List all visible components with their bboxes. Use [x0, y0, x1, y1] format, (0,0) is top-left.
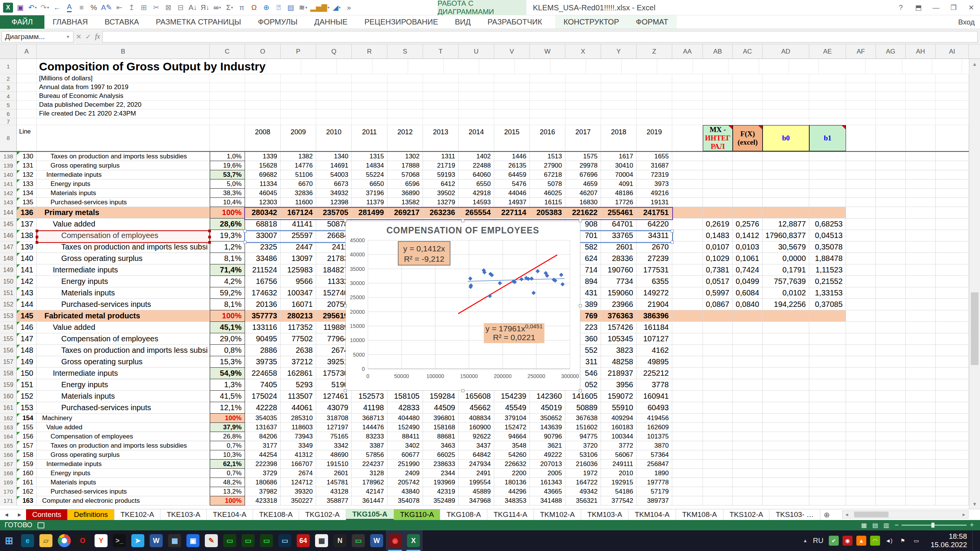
- cell[interactable]: [703, 333, 733, 345]
- row-header[interactable]: 166: [0, 450, 17, 460]
- cell[interactable]: [601, 83, 637, 92]
- cell[interactable]: [876, 460, 906, 469]
- value-cell[interactable]: 227114: [494, 207, 530, 218]
- cell[interactable]: [733, 469, 763, 478]
- sheet-tab-tke104-a[interactable]: TKE104-A: [207, 509, 253, 520]
- nvidia-icon[interactable]: ◠: [870, 536, 880, 546]
- cell[interactable]: [352, 92, 387, 101]
- row-header[interactable]: 162: [0, 414, 17, 423]
- value-cell[interactable]: 255461: [601, 207, 637, 218]
- cell[interactable]: [846, 450, 876, 460]
- cell[interactable]: [936, 189, 969, 198]
- cell[interactable]: [876, 276, 906, 287]
- taskbar-word[interactable]: W: [368, 530, 386, 551]
- cell[interactable]: [906, 441, 936, 450]
- cell[interactable]: [809, 179, 846, 189]
- cell[interactable]: [733, 198, 763, 207]
- value-cell[interactable]: 22488: [459, 161, 494, 170]
- row-header[interactable]: 158: [0, 368, 17, 379]
- cell[interactable]: [444, 59, 479, 74]
- percent-cell[interactable]: 100%: [210, 496, 245, 505]
- scroll-left-icon[interactable]: ◄: [843, 512, 851, 517]
- value-cell[interactable]: 379104: [494, 414, 530, 423]
- percent-cell[interactable]: 54,9%: [210, 368, 245, 379]
- percent-cell[interactable]: 15,3%: [210, 356, 245, 368]
- cell[interactable]: [316, 101, 352, 109]
- cell[interactable]: [809, 487, 846, 496]
- cell[interactable]: [733, 391, 763, 402]
- cell[interactable]: [565, 92, 601, 101]
- cell[interactable]: [846, 496, 876, 505]
- cell[interactable]: [846, 189, 876, 198]
- clock[interactable]: 18:58 15.06.2022: [927, 532, 967, 549]
- chart-selection-handle[interactable]: [579, 304, 582, 307]
- row-label[interactable]: Compensation of employees: [37, 432, 210, 441]
- value-cell[interactable]: 158105: [387, 391, 423, 402]
- cell[interactable]: [703, 414, 733, 423]
- percent-cell[interactable]: 13,2%: [210, 487, 245, 496]
- value-cell[interactable]: 25597: [281, 230, 316, 241]
- value-cell[interactable]: 117352: [281, 322, 316, 333]
- cell[interactable]: [672, 441, 703, 450]
- cell[interactable]: [672, 432, 703, 441]
- cell[interactable]: [846, 391, 876, 402]
- cell[interactable]: [809, 450, 846, 460]
- percent-cell[interactable]: 100%: [210, 310, 245, 322]
- cell[interactable]: [703, 83, 733, 92]
- cell[interactable]: [703, 402, 733, 414]
- value-cell[interactable]: 56067: [601, 450, 637, 460]
- cell[interactable]: [846, 198, 876, 207]
- value-cell[interactable]: 1311: [423, 152, 459, 161]
- value-cell[interactable]: 51106: [281, 170, 316, 179]
- value-cell[interactable]: 17888: [387, 161, 423, 170]
- cell[interactable]: [809, 402, 846, 414]
- row-label[interactable]: Energy inputs: [37, 379, 210, 391]
- value-cell[interactable]: 396801: [423, 414, 459, 423]
- value-cell[interactable]: 151602: [565, 423, 601, 432]
- value-cell[interactable]: 41312: [281, 450, 316, 460]
- cell[interactable]: [936, 469, 969, 478]
- row-label[interactable]: Energy inputs: [37, 276, 210, 287]
- value-cell[interactable]: 2200: [494, 469, 530, 478]
- cell[interactable]: [733, 496, 763, 505]
- cell[interactable]: [876, 450, 906, 460]
- cell[interactable]: [637, 83, 672, 92]
- cell[interactable]: [846, 207, 876, 218]
- insert-up-icon[interactable]: ↥: [126, 2, 137, 13]
- value-cell[interactable]: 90495: [245, 333, 281, 345]
- cell[interactable]: [733, 179, 763, 189]
- value-cell[interactable]: 191510: [316, 460, 352, 469]
- area-chart-icon[interactable]: ◢▾: [331, 2, 342, 13]
- value-cell[interactable]: 60493: [637, 402, 672, 414]
- cell[interactable]: [601, 118, 637, 125]
- value-cell[interactable]: 53106: [565, 450, 601, 460]
- cell[interactable]: [703, 179, 733, 189]
- cell[interactable]: [637, 109, 672, 118]
- cell[interactable]: [733, 101, 763, 109]
- cell[interactable]: [809, 345, 846, 356]
- value-cell[interactable]: 354078: [387, 496, 423, 505]
- column-header-A[interactable]: A: [17, 44, 37, 59]
- value-cell[interactable]: 6673: [316, 179, 352, 189]
- cell[interactable]: [809, 92, 846, 101]
- cell[interactable]: [906, 170, 936, 179]
- row-label[interactable]: Value added: [37, 322, 210, 333]
- value-cell[interactable]: 48690: [316, 450, 352, 460]
- cell[interactable]: [906, 198, 936, 207]
- ribbon-tab-рецензирование[interactable]: РЕЦЕНЗИРОВАНИЕ: [356, 15, 446, 29]
- value-cell[interactable]: 41198: [352, 402, 387, 414]
- stat-cell[interactable]: 194,2256: [763, 299, 809, 310]
- value-cell[interactable]: 3128: [352, 469, 387, 478]
- cell[interactable]: [763, 356, 809, 368]
- cell[interactable]: [387, 83, 423, 92]
- cell[interactable]: [906, 264, 936, 276]
- cell[interactable]: [459, 118, 494, 125]
- cell[interactable]: [672, 460, 703, 469]
- cell[interactable]: [37, 118, 210, 125]
- cell[interactable]: [876, 402, 906, 414]
- row-header[interactable]: 2: [0, 74, 17, 83]
- value-cell[interactable]: 205383: [530, 207, 565, 218]
- page-break-view-icon[interactable]: ▥: [884, 522, 889, 529]
- value-cell[interactable]: 55224: [352, 170, 387, 179]
- cell[interactable]: [936, 414, 969, 423]
